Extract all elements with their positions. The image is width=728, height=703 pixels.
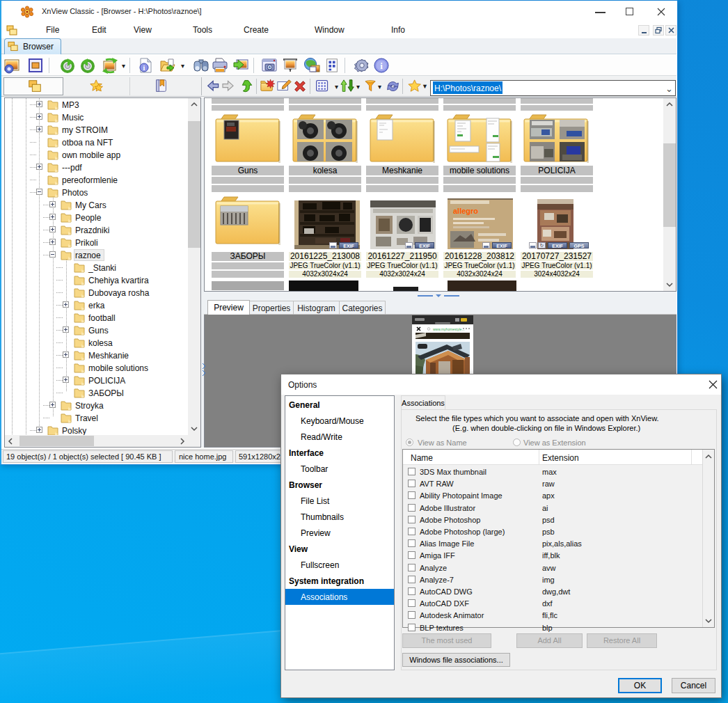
- svg-text:i: i: [380, 61, 383, 71]
- svg-text:www.myhomestyle...: www.myhomestyle...: [433, 327, 465, 331]
- svg-text:allegro: allegro: [453, 207, 478, 215]
- svg-text:i: i: [143, 64, 145, 72]
